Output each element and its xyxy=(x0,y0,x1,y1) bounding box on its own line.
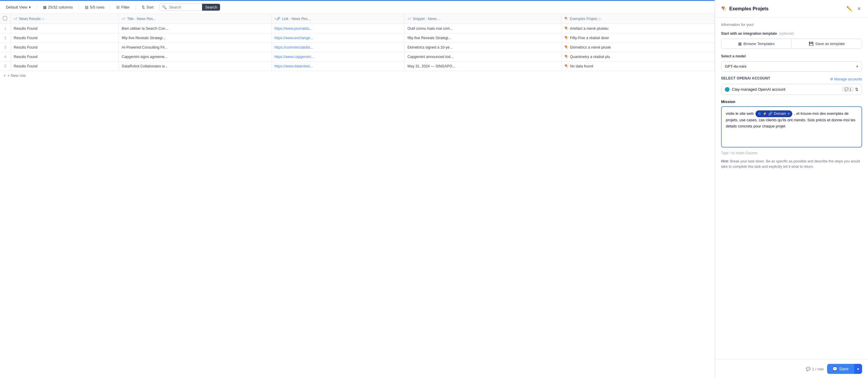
gear-icon: ⚙ xyxy=(830,77,833,81)
chat-icon-save: 💬 xyxy=(832,367,837,371)
col-header-link[interactable]: ≡🔗 Link - News Res... xyxy=(271,14,404,24)
new-row-button[interactable]: + + New row xyxy=(0,71,715,80)
save-button[interactable]: 💬 Save xyxy=(827,364,854,374)
cell-link-1[interactable]: https://www.journaldu... xyxy=(271,24,404,33)
columns-button[interactable]: ▦ 25/32 columns xyxy=(41,4,75,10)
chevron-down-icon-save: ▾ xyxy=(857,367,859,371)
hint-detail: Break your task down. Be as specific as … xyxy=(721,159,860,169)
row-num-4: 4 xyxy=(0,52,10,62)
select-all-checkbox[interactable] xyxy=(3,16,7,20)
token-info: 💬 1 / row xyxy=(806,367,824,371)
save-label: Save xyxy=(839,367,848,371)
cell-title-1: Bien utiliser la Search Con... xyxy=(119,24,271,33)
browse-icon: ▦ xyxy=(738,41,742,46)
close-button[interactable]: ✕ xyxy=(856,5,862,13)
col-header-exemples[interactable]: 🪁 Exemples Projets ▷ xyxy=(561,14,714,24)
col-icon-snippet: ≡T xyxy=(407,17,411,21)
model-section: Select a model GPT-4o-mini ▾ xyxy=(721,54,862,71)
save-as-template-button[interactable]: 💾 Save as template xyxy=(792,39,862,49)
cell-link-5[interactable]: https://www.datarobot... xyxy=(271,62,404,71)
filter-button[interactable]: ⊟ Filter xyxy=(114,4,132,10)
toolbar-divider-4 xyxy=(135,4,136,10)
columns-label: 25/32 columns xyxy=(48,5,73,9)
cell-title-3: AI-Powered Consulting Fir... xyxy=(119,43,271,52)
col-icon-exemples: 🪁 xyxy=(564,17,568,21)
table-row: 2 Results Found fifty-five Reveals Strat… xyxy=(0,33,715,43)
panel-header-actions: ✏️ ✕ xyxy=(845,5,862,13)
save-template-icon: 💾 xyxy=(809,41,813,46)
sort-icon: ⇅ xyxy=(142,5,145,9)
account-right: 💬 1 ⇅ xyxy=(842,87,858,92)
cell-title-4: Capgemini signs agreeme... xyxy=(119,52,271,62)
tag-filter-icon: ⚡ xyxy=(763,111,767,117)
mission-input-box[interactable]: visite le site web 🔵 ⚡ 🔗 Domain ✕ , et t… xyxy=(721,106,862,148)
cell-snippet-5: May 31, 2024 — SINGAPO... xyxy=(404,62,561,71)
cell-exemples-1: 🪁 Artefact a mené plusieu xyxy=(561,24,714,33)
col-header-news-results[interactable]: ≡T News Results ▷ xyxy=(10,14,119,24)
col-label-news: News Results xyxy=(19,17,41,21)
tag-close-icon[interactable]: ✕ xyxy=(787,111,790,117)
sort-button[interactable]: ⇅ Sort xyxy=(139,4,156,10)
account-select-dropdown[interactable]: Clay-managed OpenAI account 💬 1 ⇅ xyxy=(721,84,862,95)
table-row: 3 Results Found AI-Powered Consulting Fi… xyxy=(0,43,715,52)
cell-exemples-2: 🪁 Fifty-Five a réalisé diver xyxy=(561,33,714,43)
expand-icon-exemples[interactable]: ▷ xyxy=(599,17,601,21)
edit-button[interactable]: ✏️ xyxy=(845,5,854,13)
select-all-header[interactable] xyxy=(0,14,10,24)
cell-title-2: fifty-five Reveals Strategi... xyxy=(119,33,271,43)
account-avatar xyxy=(725,87,730,92)
exemples-icon-1: 🪁 xyxy=(564,27,569,31)
model-value: GPT-4o-mini xyxy=(725,64,746,69)
plus-icon: + xyxy=(3,73,6,78)
panel-title-text: Exemples Projets xyxy=(729,6,769,11)
search-button[interactable]: Search xyxy=(202,4,220,10)
token-value: 1 / row xyxy=(812,367,824,371)
mission-hint: Hint: Break your task down. Be as specif… xyxy=(721,159,862,169)
exemples-icon-2: 🪁 xyxy=(564,36,569,40)
cell-exemples-4: 🪁 Quantmetry a réalisé plu xyxy=(561,52,714,62)
cell-link-4[interactable]: https://www.capgemini... xyxy=(271,52,404,62)
mission-text-before: visite le site web xyxy=(726,111,754,116)
loading-bar xyxy=(0,0,715,1)
panel-footer: 💬 1 / row 💬 Save ▾ xyxy=(715,359,868,378)
integration-label: Start with an integration template (opti… xyxy=(721,32,862,36)
cell-news-1: Results Found xyxy=(10,24,119,33)
toolbar-divider-1 xyxy=(37,4,37,10)
save-dropdown-button[interactable]: ▾ xyxy=(854,364,862,374)
toolbar-divider-3 xyxy=(110,4,111,10)
manage-accounts-link[interactable]: ⚙ Manage accounts xyxy=(830,77,862,81)
type-hint: Type / to Insert Column xyxy=(721,150,862,156)
sort-label: Sort xyxy=(146,5,153,9)
col-icon-news: ≡T xyxy=(14,17,18,21)
col-header-snippet[interactable]: ≡T Snippet - News ... xyxy=(404,14,561,24)
col-label-link: Link - News Res... xyxy=(282,17,310,21)
search-bar[interactable]: 🔍 Search xyxy=(159,3,220,11)
col-label-snippet: Snippet - News ... xyxy=(413,17,441,21)
cell-link-2[interactable]: https://www.exchange... xyxy=(271,33,404,43)
col-header-title[interactable]: ≡T Title - News Res... xyxy=(119,14,271,24)
toolbar-divider-2 xyxy=(79,4,79,10)
cell-link-3[interactable]: https://commercialobs... xyxy=(271,43,404,52)
search-input[interactable] xyxy=(167,4,202,10)
mission-label: Mission xyxy=(721,99,862,104)
cell-news-4: Results Found xyxy=(10,52,119,62)
browse-templates-button[interactable]: ▦ Browse Templates xyxy=(721,39,792,49)
model-select-dropdown[interactable]: GPT-4o-mini ▾ xyxy=(721,61,862,71)
rows-button[interactable]: ▤ 5/5 rows xyxy=(83,4,106,10)
row-num-5: 5 xyxy=(0,62,10,71)
exemples-icon-5: 🪁 xyxy=(564,64,569,68)
toolbar: Default View ▾ ▦ 25/32 columns ▤ 5/5 row… xyxy=(0,1,715,14)
default-view-button[interactable]: Default View ▾ xyxy=(3,4,33,10)
cell-title-5: DataRobot Collaborates w... xyxy=(119,62,271,71)
expand-icon-news[interactable]: ▷ xyxy=(42,17,45,21)
table-row: 4 Results Found Capgemini signs agreeme.… xyxy=(0,52,715,62)
type-hint-text: Type / to Insert Column xyxy=(721,151,757,155)
panel-body: information for you! Start with an integ… xyxy=(715,18,868,359)
row-num-3: 3 xyxy=(0,43,10,52)
panel-title-group: 🪁 Exemples Projets xyxy=(721,6,769,11)
default-view-label: Default View xyxy=(6,5,27,9)
cell-news-5: Results Found xyxy=(10,62,119,71)
rows-icon: ▤ xyxy=(85,5,88,9)
account-left: Clay-managed OpenAI account xyxy=(725,87,785,92)
openai-account-section: SELECT OPENAI ACCOUNT ⚙ Manage accounts … xyxy=(721,76,862,95)
